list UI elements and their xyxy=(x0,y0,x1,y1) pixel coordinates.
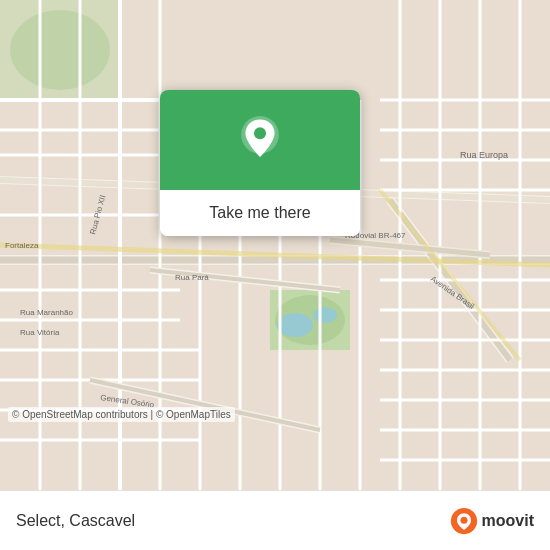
svg-text:Fortaleza: Fortaleza xyxy=(5,241,39,250)
bottom-bar: Select, Cascavel moovit xyxy=(0,490,550,550)
map-attribution: © OpenStreetMap contributors | © OpenMap… xyxy=(8,407,235,422)
svg-point-5 xyxy=(277,313,313,337)
map-container: Rua Europa Rua Pio XII Fortaleza Rua Mar… xyxy=(0,0,550,490)
svg-text:Rua Maranhão: Rua Maranhão xyxy=(20,308,73,317)
moovit-brand-icon xyxy=(450,507,478,535)
svg-text:Rua Europa: Rua Europa xyxy=(460,150,508,160)
moovit-brand-text: moovit xyxy=(482,512,534,530)
svg-point-66 xyxy=(254,127,266,139)
svg-text:Rua Vitória: Rua Vitória xyxy=(20,328,60,337)
popup-card: Take me there xyxy=(160,90,360,236)
svg-point-2 xyxy=(10,10,110,90)
location-title: Select, Cascavel xyxy=(16,512,135,530)
svg-text:Rua Pará: Rua Pará xyxy=(175,273,209,282)
svg-point-68 xyxy=(460,516,467,523)
moovit-logo: moovit xyxy=(450,507,534,535)
location-pin-icon xyxy=(236,116,284,164)
popup-top xyxy=(160,90,360,190)
take-me-there-button[interactable]: Take me there xyxy=(160,190,360,236)
svg-point-6 xyxy=(313,307,337,323)
